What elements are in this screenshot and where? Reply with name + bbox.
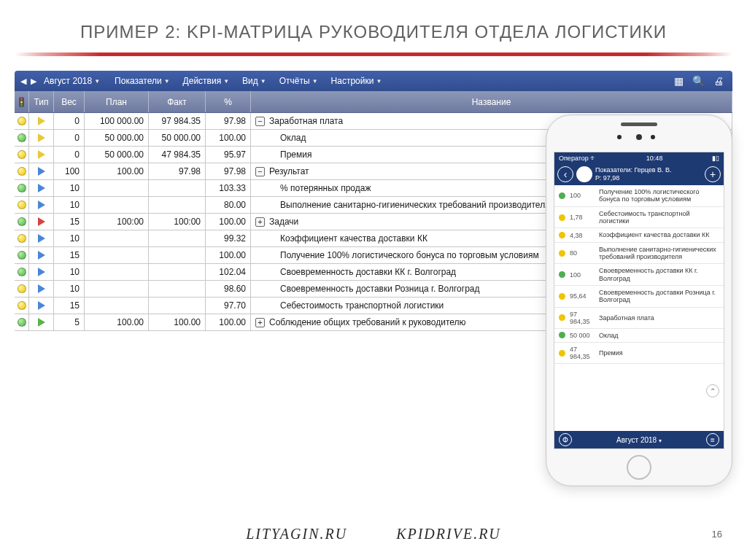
prev-period-button[interactable]: ◀	[19, 77, 28, 86]
next-period-button[interactable]: ▶	[29, 77, 38, 86]
page-number: 16	[712, 529, 722, 540]
name-label: Выполнение санитарно-гигиенических требо…	[280, 200, 550, 210]
type-triangle-icon	[38, 201, 45, 209]
weight-cell: 0	[54, 113, 85, 129]
caret-down-icon: ▼	[94, 78, 100, 85]
fact-cell	[149, 247, 206, 263]
plan-cell	[85, 180, 149, 196]
app-toolbar: ◀ ▶ Август 2018 ▼ Показатели▼Действия▼Ви…	[15, 71, 732, 91]
phone-back-button[interactable]: ‹	[557, 166, 573, 182]
plan-cell	[85, 230, 149, 246]
plan-cell	[85, 264, 149, 280]
status-dot-icon	[18, 201, 26, 209]
menu-показатели[interactable]: Показатели▼	[115, 76, 170, 86]
phone-mockup: Оператор ᯤ 10:48 ▮▯ ‹ Показатели: Герцев…	[546, 114, 732, 486]
status-dot-icon	[559, 232, 565, 238]
slide-footer: LITYAGIN.RU KPIDRIVE.RU	[0, 526, 747, 542]
fact-cell	[149, 281, 206, 297]
weight-cell: 10	[54, 197, 85, 213]
caret-down-icon: ▼	[312, 78, 318, 85]
phone-item-value: 47 984,35	[570, 346, 595, 360]
type-triangle-icon	[38, 301, 45, 310]
fact-cell	[149, 180, 206, 196]
phone-title-line2: Р: 97,98	[595, 174, 702, 182]
caret-down-icon: ▼	[164, 78, 170, 85]
grid-icon[interactable]: ▦	[674, 75, 684, 87]
avatar[interactable]	[576, 166, 592, 182]
fact-cell: 100.00	[149, 314, 206, 330]
phone-item-label: Себестоимость транспортной логистики	[599, 210, 719, 225]
status-light	[15, 180, 29, 196]
phone-filter-button[interactable]: Φ	[559, 433, 572, 446]
phone-item-value: 80	[570, 249, 595, 257]
phone-period-selector[interactable]: Август 2018 ▾	[616, 436, 662, 444]
plan-cell: 100.00	[85, 163, 149, 179]
fact-cell	[149, 230, 206, 246]
status-dot-icon	[559, 192, 565, 199]
type-triangle-icon	[38, 318, 45, 327]
col-name[interactable]: Название	[251, 91, 732, 112]
print-icon[interactable]: 🖨	[713, 75, 724, 87]
divider	[15, 52, 732, 56]
phone-item-label: Заработная плата	[599, 314, 654, 322]
col-ves[interactable]: Вес	[54, 91, 85, 112]
phone-add-button[interactable]: +	[705, 166, 721, 182]
phone-list-item[interactable]: 100Получение 100% логистического бонуса …	[554, 185, 724, 207]
scroll-up-icon[interactable]: ⌃	[706, 384, 719, 397]
type-cell	[29, 247, 54, 263]
period-selector[interactable]: Август 2018 ▼	[42, 76, 106, 86]
collapse-icon[interactable]: −	[255, 167, 265, 176]
phone-list-item[interactable]: 80Выполнение санитарно-гигиенических тре…	[554, 243, 724, 265]
percent-cell: 100.00	[206, 314, 251, 330]
name-label: Получение 100% логистического бонуса по …	[280, 250, 539, 260]
status-dot-icon	[18, 301, 26, 310]
plan-cell: 50 000.00	[85, 130, 149, 146]
menu-вид[interactable]: Вид▼	[242, 76, 266, 86]
plan-cell: 100 000.00	[85, 113, 149, 129]
status-dot-icon	[18, 117, 26, 125]
phone-list[interactable]: 100Получение 100% логистического бонуса …	[554, 185, 724, 431]
expand-icon[interactable]: +	[255, 217, 265, 227]
status-dot-icon	[18, 251, 26, 260]
col-type[interactable]: Тип	[29, 91, 54, 112]
menu-действия[interactable]: Действия▼	[183, 76, 230, 86]
phone-item-label: Оклад	[599, 332, 619, 339]
phone-list-item[interactable]: 100Своевременность доставки КК г. Волгог…	[554, 264, 724, 286]
weight-cell: 0	[54, 147, 85, 163]
expand-icon[interactable]: +	[255, 318, 265, 327]
battery-icon: ▮▯	[712, 155, 719, 162]
col-pct[interactable]: %	[206, 91, 251, 112]
type-triangle-icon	[38, 184, 45, 192]
col-plan[interactable]: План	[85, 91, 149, 112]
type-cell	[29, 214, 54, 230]
menu-отчёты[interactable]: Отчёты▼	[279, 76, 318, 86]
type-cell	[29, 180, 54, 196]
weight-cell: 100	[54, 163, 85, 179]
collapse-icon[interactable]: −	[255, 117, 265, 126]
percent-cell: 95.97	[206, 147, 251, 163]
phone-list-item[interactable]: 50 000Оклад	[554, 329, 724, 343]
phone-list-item[interactable]: 95,64Своевременность доставки Розница г.…	[554, 286, 724, 308]
status-dot-icon	[559, 271, 565, 278]
phone-status-bar: Оператор ᯤ 10:48 ▮▯	[554, 152, 724, 163]
phone-list-item[interactable]: 4,38Коэффициент качества доставки КК	[554, 228, 724, 242]
phone-list-item[interactable]: 47 984,35Премия	[554, 343, 724, 364]
status-light	[15, 281, 29, 297]
status-light	[15, 113, 29, 129]
search-icon[interactable]: 🔍	[692, 75, 705, 87]
home-button[interactable]	[627, 455, 651, 480]
phone-app-header: ‹ Показатели: Герцев В. В. Р: 97,98 +	[554, 163, 724, 185]
percent-cell: 100.00	[206, 214, 251, 230]
status-light	[15, 264, 29, 280]
name-label: Результат	[269, 166, 309, 176]
phone-menu-button[interactable]: ≡	[706, 433, 719, 446]
col-fact[interactable]: Факт	[149, 91, 206, 112]
phone-list-item[interactable]: 97 984,35Заработная плата	[554, 308, 724, 329]
type-cell	[29, 113, 54, 129]
plan-cell	[85, 281, 149, 297]
phone-list-item[interactable]: 1,78Себестоимость транспортной логистики	[554, 207, 724, 229]
status-light	[15, 197, 29, 213]
name-label: % потерянных продаж	[280, 183, 371, 193]
menu-настройки[interactable]: Настройки▼	[331, 76, 382, 86]
phone-item-label: Своевременность доставки Розница г. Волг…	[599, 289, 719, 304]
